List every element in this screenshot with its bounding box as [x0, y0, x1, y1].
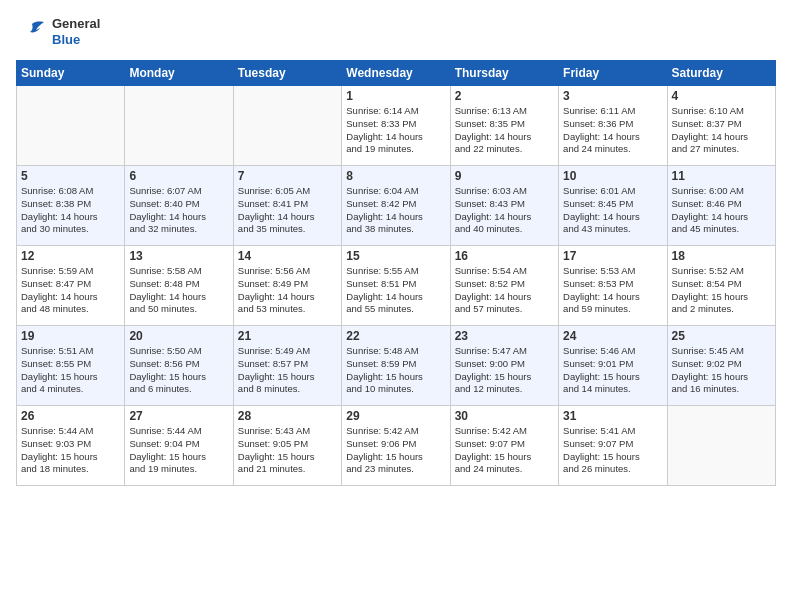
weekday-header-wednesday: Wednesday	[342, 61, 450, 86]
day-number: 21	[238, 329, 337, 343]
day-info: Sunrise: 5:59 AM Sunset: 8:47 PM Dayligh…	[21, 265, 120, 316]
day-number: 12	[21, 249, 120, 263]
calendar-cell: 14Sunrise: 5:56 AM Sunset: 8:49 PM Dayli…	[233, 246, 341, 326]
calendar-cell: 28Sunrise: 5:43 AM Sunset: 9:05 PM Dayli…	[233, 406, 341, 486]
calendar-cell: 20Sunrise: 5:50 AM Sunset: 8:56 PM Dayli…	[125, 326, 233, 406]
calendar-cell: 17Sunrise: 5:53 AM Sunset: 8:53 PM Dayli…	[559, 246, 667, 326]
calendar-cell: 13Sunrise: 5:58 AM Sunset: 8:48 PM Dayli…	[125, 246, 233, 326]
calendar-cell: 3Sunrise: 6:11 AM Sunset: 8:36 PM Daylig…	[559, 86, 667, 166]
day-number: 7	[238, 169, 337, 183]
day-info: Sunrise: 5:48 AM Sunset: 8:59 PM Dayligh…	[346, 345, 445, 396]
day-info: Sunrise: 5:58 AM Sunset: 8:48 PM Dayligh…	[129, 265, 228, 316]
calendar-cell: 24Sunrise: 5:46 AM Sunset: 9:01 PM Dayli…	[559, 326, 667, 406]
weekday-header-saturday: Saturday	[667, 61, 775, 86]
day-info: Sunrise: 5:55 AM Sunset: 8:51 PM Dayligh…	[346, 265, 445, 316]
day-number: 4	[672, 89, 771, 103]
calendar-cell: 2Sunrise: 6:13 AM Sunset: 8:35 PM Daylig…	[450, 86, 558, 166]
day-number: 16	[455, 249, 554, 263]
day-number: 6	[129, 169, 228, 183]
calendar-cell: 9Sunrise: 6:03 AM Sunset: 8:43 PM Daylig…	[450, 166, 558, 246]
calendar-cell: 12Sunrise: 5:59 AM Sunset: 8:47 PM Dayli…	[17, 246, 125, 326]
day-number: 17	[563, 249, 662, 263]
logo-bird-icon	[16, 16, 48, 48]
day-number: 23	[455, 329, 554, 343]
calendar-cell	[667, 406, 775, 486]
calendar-cell: 11Sunrise: 6:00 AM Sunset: 8:46 PM Dayli…	[667, 166, 775, 246]
day-info: Sunrise: 5:46 AM Sunset: 9:01 PM Dayligh…	[563, 345, 662, 396]
calendar-cell: 8Sunrise: 6:04 AM Sunset: 8:42 PM Daylig…	[342, 166, 450, 246]
calendar-cell: 25Sunrise: 5:45 AM Sunset: 9:02 PM Dayli…	[667, 326, 775, 406]
day-number: 24	[563, 329, 662, 343]
day-info: Sunrise: 5:41 AM Sunset: 9:07 PM Dayligh…	[563, 425, 662, 476]
day-info: Sunrise: 5:47 AM Sunset: 9:00 PM Dayligh…	[455, 345, 554, 396]
day-number: 22	[346, 329, 445, 343]
calendar-week-5: 26Sunrise: 5:44 AM Sunset: 9:03 PM Dayli…	[17, 406, 776, 486]
day-info: Sunrise: 5:50 AM Sunset: 8:56 PM Dayligh…	[129, 345, 228, 396]
day-info: Sunrise: 6:10 AM Sunset: 8:37 PM Dayligh…	[672, 105, 771, 156]
calendar-cell: 10Sunrise: 6:01 AM Sunset: 8:45 PM Dayli…	[559, 166, 667, 246]
day-info: Sunrise: 6:13 AM Sunset: 8:35 PM Dayligh…	[455, 105, 554, 156]
day-number: 9	[455, 169, 554, 183]
calendar-week-3: 12Sunrise: 5:59 AM Sunset: 8:47 PM Dayli…	[17, 246, 776, 326]
calendar-cell: 15Sunrise: 5:55 AM Sunset: 8:51 PM Dayli…	[342, 246, 450, 326]
calendar-cell: 30Sunrise: 5:42 AM Sunset: 9:07 PM Dayli…	[450, 406, 558, 486]
weekday-header-tuesday: Tuesday	[233, 61, 341, 86]
calendar-cell: 31Sunrise: 5:41 AM Sunset: 9:07 PM Dayli…	[559, 406, 667, 486]
day-number: 15	[346, 249, 445, 263]
day-number: 19	[21, 329, 120, 343]
logo: General Blue	[16, 16, 100, 48]
day-number: 13	[129, 249, 228, 263]
logo-general: General	[52, 16, 100, 32]
calendar-table: SundayMondayTuesdayWednesdayThursdayFrid…	[16, 60, 776, 486]
day-number: 3	[563, 89, 662, 103]
weekday-header-monday: Monday	[125, 61, 233, 86]
day-info: Sunrise: 6:07 AM Sunset: 8:40 PM Dayligh…	[129, 185, 228, 236]
day-info: Sunrise: 5:43 AM Sunset: 9:05 PM Dayligh…	[238, 425, 337, 476]
day-number: 2	[455, 89, 554, 103]
calendar-cell: 26Sunrise: 5:44 AM Sunset: 9:03 PM Dayli…	[17, 406, 125, 486]
calendar-week-1: 1Sunrise: 6:14 AM Sunset: 8:33 PM Daylig…	[17, 86, 776, 166]
day-info: Sunrise: 6:00 AM Sunset: 8:46 PM Dayligh…	[672, 185, 771, 236]
day-info: Sunrise: 6:14 AM Sunset: 8:33 PM Dayligh…	[346, 105, 445, 156]
calendar-cell	[17, 86, 125, 166]
day-number: 29	[346, 409, 445, 423]
weekday-header-row: SundayMondayTuesdayWednesdayThursdayFrid…	[17, 61, 776, 86]
calendar-cell: 21Sunrise: 5:49 AM Sunset: 8:57 PM Dayli…	[233, 326, 341, 406]
calendar-cell	[233, 86, 341, 166]
day-number: 26	[21, 409, 120, 423]
weekday-header-thursday: Thursday	[450, 61, 558, 86]
calendar-cell: 29Sunrise: 5:42 AM Sunset: 9:06 PM Dayli…	[342, 406, 450, 486]
calendar-cell: 18Sunrise: 5:52 AM Sunset: 8:54 PM Dayli…	[667, 246, 775, 326]
day-info: Sunrise: 5:56 AM Sunset: 8:49 PM Dayligh…	[238, 265, 337, 316]
day-number: 10	[563, 169, 662, 183]
calendar-cell: 16Sunrise: 5:54 AM Sunset: 8:52 PM Dayli…	[450, 246, 558, 326]
day-number: 31	[563, 409, 662, 423]
calendar-week-2: 5Sunrise: 6:08 AM Sunset: 8:38 PM Daylig…	[17, 166, 776, 246]
calendar-cell: 23Sunrise: 5:47 AM Sunset: 9:00 PM Dayli…	[450, 326, 558, 406]
day-info: Sunrise: 6:08 AM Sunset: 8:38 PM Dayligh…	[21, 185, 120, 236]
day-number: 30	[455, 409, 554, 423]
calendar-cell	[125, 86, 233, 166]
day-number: 14	[238, 249, 337, 263]
day-info: Sunrise: 6:11 AM Sunset: 8:36 PM Dayligh…	[563, 105, 662, 156]
calendar-cell: 5Sunrise: 6:08 AM Sunset: 8:38 PM Daylig…	[17, 166, 125, 246]
day-info: Sunrise: 5:45 AM Sunset: 9:02 PM Dayligh…	[672, 345, 771, 396]
weekday-header-friday: Friday	[559, 61, 667, 86]
day-number: 8	[346, 169, 445, 183]
day-info: Sunrise: 6:01 AM Sunset: 8:45 PM Dayligh…	[563, 185, 662, 236]
calendar-cell: 1Sunrise: 6:14 AM Sunset: 8:33 PM Daylig…	[342, 86, 450, 166]
day-info: Sunrise: 5:42 AM Sunset: 9:07 PM Dayligh…	[455, 425, 554, 476]
day-info: Sunrise: 5:53 AM Sunset: 8:53 PM Dayligh…	[563, 265, 662, 316]
day-info: Sunrise: 6:04 AM Sunset: 8:42 PM Dayligh…	[346, 185, 445, 236]
day-info: Sunrise: 5:44 AM Sunset: 9:03 PM Dayligh…	[21, 425, 120, 476]
day-number: 11	[672, 169, 771, 183]
day-number: 18	[672, 249, 771, 263]
day-info: Sunrise: 5:49 AM Sunset: 8:57 PM Dayligh…	[238, 345, 337, 396]
day-number: 5	[21, 169, 120, 183]
calendar-cell: 19Sunrise: 5:51 AM Sunset: 8:55 PM Dayli…	[17, 326, 125, 406]
calendar-cell: 27Sunrise: 5:44 AM Sunset: 9:04 PM Dayli…	[125, 406, 233, 486]
weekday-header-sunday: Sunday	[17, 61, 125, 86]
day-number: 27	[129, 409, 228, 423]
day-number: 1	[346, 89, 445, 103]
calendar-cell: 22Sunrise: 5:48 AM Sunset: 8:59 PM Dayli…	[342, 326, 450, 406]
